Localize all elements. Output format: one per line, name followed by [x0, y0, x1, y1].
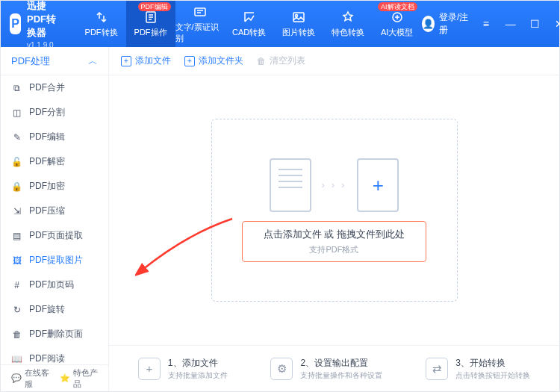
delete-icon: 🗑 [11, 329, 22, 340]
rotate-icon: ↻ [11, 304, 22, 315]
clear-label: 清空列表 [270, 55, 305, 67]
tab-label: CAD转换 [232, 27, 266, 38]
login-button[interactable]: 👤 登录/注册 [422, 11, 470, 37]
sidebar-item-edit[interactable]: ✎PDF编辑 [1, 125, 108, 149]
document-icon [270, 158, 311, 212]
login-label: 登录/注册 [439, 11, 469, 37]
compress-icon: ⇲ [11, 205, 22, 217]
tab-pdf-convert[interactable]: PDF转换 [77, 1, 126, 47]
minimize-button[interactable]: — [503, 14, 518, 34]
sidebar-item-extract-image[interactable]: 🖼PDF提取图片 [1, 248, 108, 273]
sidebar-item-label: PDF合并 [29, 81, 65, 94]
tab-cad[interactable]: CAD转换 [225, 1, 274, 47]
tab-ai[interactable]: AI解读文档 AI大模型 [373, 1, 422, 47]
top-nav: PDF转换 PDF编辑 PDF操作 文字/票证识别 CAD转换 图片转换 [77, 1, 422, 47]
sidebar-item-label: PDF旋转 [29, 303, 65, 316]
drop-main-text: 点击添加文件 或 拖拽文件到此处 [264, 228, 405, 241]
lock-icon: 🔒 [11, 181, 22, 192]
cad-icon [242, 10, 257, 25]
sidebar-item-label: PDF删除页面 [29, 328, 83, 340]
step-1: + 1、添加文件 支持批量添加文件 [138, 357, 228, 381]
convert-icon: ⇄ [426, 358, 448, 380]
sidebar-item-rotate[interactable]: ↻PDF旋转 [1, 297, 108, 322]
tab-label: AI大模型 [381, 27, 413, 38]
drop-sub-text: 支持PDF格式 [264, 244, 405, 255]
tab-label: 图片转换 [282, 27, 315, 38]
folder-plus-icon: + [184, 56, 195, 66]
sidebar-item-decrypt[interactable]: 🔓PDF解密 [1, 149, 108, 174]
sidebar-item-label: PDF分割 [29, 106, 65, 119]
toolbar: +添加文件 +添加文件夹 🗑清空列表 [109, 47, 559, 75]
number-icon: # [11, 279, 22, 290]
drop-zone[interactable]: › › › + 点击添加文件 或 拖拽文件到此处 支持PDF格式 [211, 119, 458, 302]
app-version: v1.1.9.0 [27, 41, 63, 49]
add-folder-label: 添加文件夹 [199, 55, 243, 67]
convert-icon [94, 10, 109, 25]
app-name: 迅捷PDF转换器 [27, 0, 63, 40]
titlebar: P 迅捷PDF转换器 v1.1.9.0 PDF转换 PDF编辑 PDF操作 文字… [1, 1, 559, 47]
ocr-icon [193, 4, 208, 19]
step-2: ⚙ 2、设置输出配置 支持批量操作和各种设置 [270, 357, 382, 381]
main-area: +添加文件 +添加文件夹 🗑清空列表 › › › + 点击添加文件 或 拖拽文件… [109, 47, 559, 391]
featured-link[interactable]: ⭐ 特色产品 [60, 367, 98, 390]
close-button[interactable]: ✕ [552, 14, 560, 34]
trash-icon: 🗑 [257, 56, 266, 66]
gear-icon: ⚙ [270, 358, 293, 380]
merge-icon: ⧉ [11, 82, 22, 93]
tab-special[interactable]: 特色转换 [323, 1, 373, 47]
arrow-dots-icon: › › › [322, 180, 347, 190]
page-icon: ▤ [11, 230, 22, 241]
edit-icon: ✎ [11, 131, 22, 143]
sidebar-item-extract-page[interactable]: ▤PDF页面提取 [1, 223, 108, 248]
sidebar-item-split[interactable]: ◫PDF分割 [1, 100, 108, 125]
drop-area: › › › + 点击添加文件 或 拖拽文件到此处 支持PDF格式 [109, 75, 559, 345]
tab-label: PDF转换 [85, 27, 118, 38]
svg-rect-1 [195, 8, 205, 16]
sidebar-item-label: PDF提取图片 [29, 254, 83, 267]
image-icon [291, 10, 306, 25]
add-file-button[interactable]: +添加文件 [121, 55, 171, 67]
step-add-icon: + [138, 358, 161, 380]
step-3: ⇄ 3、开始转换 点击转换按钮开始转换 [426, 357, 530, 381]
tab-pdf-operate[interactable]: PDF编辑 PDF操作 [126, 1, 175, 47]
sidebar-item-label: PDF页面提取 [29, 229, 83, 242]
sidebar-list: ⧉PDF合并 ◫PDF分割 ✎PDF编辑 🔓PDF解密 🔒PDF加密 ⇲PDF压… [1, 75, 108, 364]
ai-icon [390, 10, 405, 25]
app-logo: P 迅捷PDF转换器 v1.1.9.0 [10, 0, 63, 49]
tab-ocr[interactable]: 文字/票证识别 [175, 1, 225, 47]
drop-illustration: › › › + [270, 158, 399, 212]
extract-image-icon: 🖼 [11, 255, 22, 266]
sidebar-header[interactable]: PDF处理 ︿ [1, 47, 108, 75]
tab-image[interactable]: 图片转换 [274, 1, 323, 47]
avatar-icon: 👤 [422, 16, 435, 32]
maximize-button[interactable]: ☐ [527, 14, 543, 34]
sidebar-item-label: PDF解密 [29, 155, 65, 168]
add-box-icon: + [357, 158, 399, 212]
sidebar-item-merge[interactable]: ⧉PDF合并 [1, 75, 108, 100]
sidebar-item-read[interactable]: 📖PDF阅读 [1, 346, 108, 364]
star-icon [340, 10, 355, 25]
sidebar-item-page-number[interactable]: #PDF加页码 [1, 273, 108, 297]
chevron-up-icon: ︿ [88, 55, 98, 68]
split-icon: ◫ [11, 107, 22, 118]
support-link[interactable]: 💬 在线客服 [11, 367, 49, 390]
sidebar-item-label: PDF加密 [29, 180, 65, 193]
sidebar: PDF处理 ︿ ⧉PDF合并 ◫PDF分割 ✎PDF编辑 🔓PDF解密 🔒PDF… [1, 47, 109, 391]
sidebar-item-delete-page[interactable]: 🗑PDF删除页面 [1, 322, 108, 346]
plus-icon: + [121, 56, 131, 66]
drop-text-highlight: 点击添加文件 或 拖拽文件到此处 支持PDF格式 [242, 221, 426, 262]
add-file-label: 添加文件 [135, 55, 171, 67]
tab-label: 特色转换 [332, 27, 364, 38]
sidebar-item-label: PDF编辑 [29, 131, 65, 143]
clear-list-button[interactable]: 🗑清空列表 [257, 55, 305, 67]
add-folder-button[interactable]: +添加文件夹 [184, 55, 243, 67]
tab-label: PDF操作 [134, 27, 167, 38]
read-icon: 📖 [11, 353, 22, 364]
sidebar-item-encrypt[interactable]: 🔒PDF加密 [1, 174, 108, 199]
sidebar-item-compress[interactable]: ⇲PDF压缩 [1, 199, 108, 223]
sidebar-item-label: PDF阅读 [29, 352, 65, 364]
menu-button[interactable]: ≡ [478, 14, 494, 34]
tab-label: 文字/票证识别 [175, 22, 225, 44]
sidebar-footer: 💬 在线客服 ⭐ 特色产品 [1, 364, 108, 391]
operate-icon [143, 10, 158, 25]
